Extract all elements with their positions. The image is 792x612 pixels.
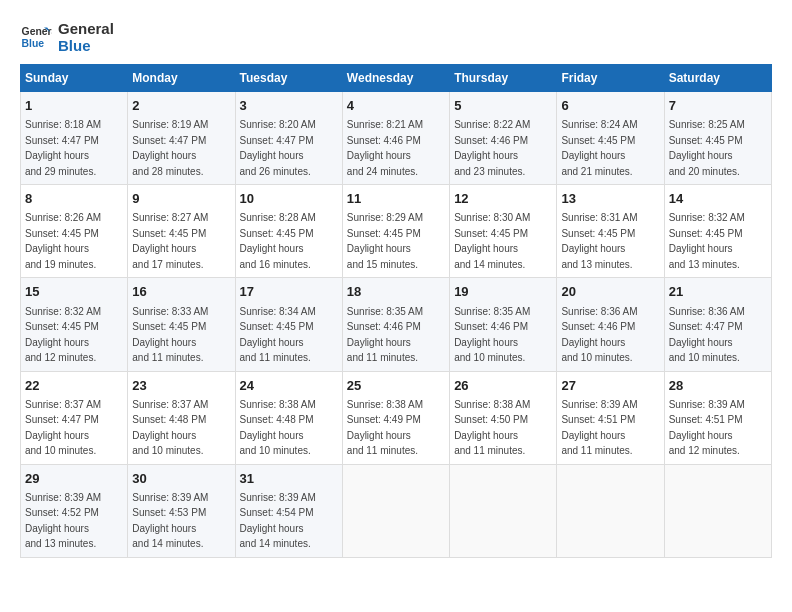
- day-number: 4: [347, 97, 445, 115]
- calendar-cell: 15 Sunrise: 8:32 AMSunset: 4:45 PMDaylig…: [21, 278, 128, 371]
- calendar-cell: 17 Sunrise: 8:34 AMSunset: 4:45 PMDaylig…: [235, 278, 342, 371]
- day-info: Sunrise: 8:22 AMSunset: 4:46 PMDaylight …: [454, 119, 530, 177]
- weekday-header-tuesday: Tuesday: [235, 65, 342, 92]
- day-info: Sunrise: 8:35 AMSunset: 4:46 PMDaylight …: [454, 306, 530, 364]
- day-number: 3: [240, 97, 338, 115]
- day-info: Sunrise: 8:38 AMSunset: 4:50 PMDaylight …: [454, 399, 530, 457]
- weekday-header-thursday: Thursday: [450, 65, 557, 92]
- day-info: Sunrise: 8:21 AMSunset: 4:46 PMDaylight …: [347, 119, 423, 177]
- calendar-cell: 31 Sunrise: 8:39 AMSunset: 4:54 PMDaylig…: [235, 464, 342, 557]
- day-info: Sunrise: 8:20 AMSunset: 4:47 PMDaylight …: [240, 119, 316, 177]
- day-info: Sunrise: 8:38 AMSunset: 4:48 PMDaylight …: [240, 399, 316, 457]
- calendar-cell: 24 Sunrise: 8:38 AMSunset: 4:48 PMDaylig…: [235, 371, 342, 464]
- day-number: 1: [25, 97, 123, 115]
- day-number: 23: [132, 377, 230, 395]
- day-number: 13: [561, 190, 659, 208]
- day-number: 2: [132, 97, 230, 115]
- day-info: Sunrise: 8:39 AMSunset: 4:51 PMDaylight …: [669, 399, 745, 457]
- page-header: General Blue General Blue: [20, 20, 772, 54]
- day-number: 15: [25, 283, 123, 301]
- calendar-cell: 6 Sunrise: 8:24 AMSunset: 4:45 PMDayligh…: [557, 92, 664, 185]
- day-number: 30: [132, 470, 230, 488]
- day-number: 19: [454, 283, 552, 301]
- calendar-cell: 9 Sunrise: 8:27 AMSunset: 4:45 PMDayligh…: [128, 185, 235, 278]
- day-number: 26: [454, 377, 552, 395]
- day-number: 28: [669, 377, 767, 395]
- day-number: 17: [240, 283, 338, 301]
- calendar-cell: 1 Sunrise: 8:18 AMSunset: 4:47 PMDayligh…: [21, 92, 128, 185]
- svg-text:Blue: Blue: [22, 38, 45, 49]
- day-number: 8: [25, 190, 123, 208]
- logo-icon: General Blue: [20, 21, 52, 53]
- day-info: Sunrise: 8:36 AMSunset: 4:47 PMDaylight …: [669, 306, 745, 364]
- day-number: 24: [240, 377, 338, 395]
- day-info: Sunrise: 8:18 AMSunset: 4:47 PMDaylight …: [25, 119, 101, 177]
- day-number: 10: [240, 190, 338, 208]
- calendar-cell: 4 Sunrise: 8:21 AMSunset: 4:46 PMDayligh…: [342, 92, 449, 185]
- calendar-cell: 28 Sunrise: 8:39 AMSunset: 4:51 PMDaylig…: [664, 371, 771, 464]
- logo-general: General: [58, 20, 114, 37]
- day-info: Sunrise: 8:35 AMSunset: 4:46 PMDaylight …: [347, 306, 423, 364]
- weekday-header-sunday: Sunday: [21, 65, 128, 92]
- day-info: Sunrise: 8:28 AMSunset: 4:45 PMDaylight …: [240, 212, 316, 270]
- day-info: Sunrise: 8:30 AMSunset: 4:45 PMDaylight …: [454, 212, 530, 270]
- calendar-cell: 14 Sunrise: 8:32 AMSunset: 4:45 PMDaylig…: [664, 185, 771, 278]
- day-info: Sunrise: 8:37 AMSunset: 4:48 PMDaylight …: [132, 399, 208, 457]
- day-info: Sunrise: 8:37 AMSunset: 4:47 PMDaylight …: [25, 399, 101, 457]
- day-number: 14: [669, 190, 767, 208]
- calendar-table: SundayMondayTuesdayWednesdayThursdayFrid…: [20, 64, 772, 558]
- day-number: 5: [454, 97, 552, 115]
- day-info: Sunrise: 8:36 AMSunset: 4:46 PMDaylight …: [561, 306, 637, 364]
- day-info: Sunrise: 8:39 AMSunset: 4:51 PMDaylight …: [561, 399, 637, 457]
- calendar-cell: 8 Sunrise: 8:26 AMSunset: 4:45 PMDayligh…: [21, 185, 128, 278]
- calendar-cell: 10 Sunrise: 8:28 AMSunset: 4:45 PMDaylig…: [235, 185, 342, 278]
- day-number: 31: [240, 470, 338, 488]
- day-info: Sunrise: 8:25 AMSunset: 4:45 PMDaylight …: [669, 119, 745, 177]
- day-info: Sunrise: 8:33 AMSunset: 4:45 PMDaylight …: [132, 306, 208, 364]
- day-number: 16: [132, 283, 230, 301]
- calendar-cell: 26 Sunrise: 8:38 AMSunset: 4:50 PMDaylig…: [450, 371, 557, 464]
- day-number: 6: [561, 97, 659, 115]
- day-info: Sunrise: 8:27 AMSunset: 4:45 PMDaylight …: [132, 212, 208, 270]
- calendar-cell: 11 Sunrise: 8:29 AMSunset: 4:45 PMDaylig…: [342, 185, 449, 278]
- calendar-header-row: SundayMondayTuesdayWednesdayThursdayFrid…: [21, 65, 772, 92]
- calendar-cell: 3 Sunrise: 8:20 AMSunset: 4:47 PMDayligh…: [235, 92, 342, 185]
- weekday-header-wednesday: Wednesday: [342, 65, 449, 92]
- calendar-cell: 25 Sunrise: 8:38 AMSunset: 4:49 PMDaylig…: [342, 371, 449, 464]
- day-info: Sunrise: 8:34 AMSunset: 4:45 PMDaylight …: [240, 306, 316, 364]
- day-number: 7: [669, 97, 767, 115]
- day-number: 12: [454, 190, 552, 208]
- weekday-header-saturday: Saturday: [664, 65, 771, 92]
- calendar-week-row: 1 Sunrise: 8:18 AMSunset: 4:47 PMDayligh…: [21, 92, 772, 185]
- day-info: Sunrise: 8:31 AMSunset: 4:45 PMDaylight …: [561, 212, 637, 270]
- calendar-cell: 7 Sunrise: 8:25 AMSunset: 4:45 PMDayligh…: [664, 92, 771, 185]
- day-info: Sunrise: 8:39 AMSunset: 4:54 PMDaylight …: [240, 492, 316, 550]
- day-number: 22: [25, 377, 123, 395]
- calendar-cell: 19 Sunrise: 8:35 AMSunset: 4:46 PMDaylig…: [450, 278, 557, 371]
- calendar-cell: 13 Sunrise: 8:31 AMSunset: 4:45 PMDaylig…: [557, 185, 664, 278]
- calendar-cell: 16 Sunrise: 8:33 AMSunset: 4:45 PMDaylig…: [128, 278, 235, 371]
- calendar-week-row: 22 Sunrise: 8:37 AMSunset: 4:47 PMDaylig…: [21, 371, 772, 464]
- calendar-cell: 2 Sunrise: 8:19 AMSunset: 4:47 PMDayligh…: [128, 92, 235, 185]
- calendar-week-row: 29 Sunrise: 8:39 AMSunset: 4:52 PMDaylig…: [21, 464, 772, 557]
- calendar-week-row: 8 Sunrise: 8:26 AMSunset: 4:45 PMDayligh…: [21, 185, 772, 278]
- logo: General Blue General Blue: [20, 20, 114, 54]
- day-number: 25: [347, 377, 445, 395]
- calendar-cell: 30 Sunrise: 8:39 AMSunset: 4:53 PMDaylig…: [128, 464, 235, 557]
- day-info: Sunrise: 8:39 AMSunset: 4:52 PMDaylight …: [25, 492, 101, 550]
- day-info: Sunrise: 8:29 AMSunset: 4:45 PMDaylight …: [347, 212, 423, 270]
- calendar-cell: 21 Sunrise: 8:36 AMSunset: 4:47 PMDaylig…: [664, 278, 771, 371]
- day-info: Sunrise: 8:24 AMSunset: 4:45 PMDaylight …: [561, 119, 637, 177]
- day-number: 11: [347, 190, 445, 208]
- calendar-cell: 18 Sunrise: 8:35 AMSunset: 4:46 PMDaylig…: [342, 278, 449, 371]
- logo-blue: Blue: [58, 37, 114, 54]
- calendar-cell: 23 Sunrise: 8:37 AMSunset: 4:48 PMDaylig…: [128, 371, 235, 464]
- calendar-cell: 12 Sunrise: 8:30 AMSunset: 4:45 PMDaylig…: [450, 185, 557, 278]
- day-info: Sunrise: 8:32 AMSunset: 4:45 PMDaylight …: [25, 306, 101, 364]
- day-info: Sunrise: 8:32 AMSunset: 4:45 PMDaylight …: [669, 212, 745, 270]
- day-number: 20: [561, 283, 659, 301]
- calendar-cell: 20 Sunrise: 8:36 AMSunset: 4:46 PMDaylig…: [557, 278, 664, 371]
- calendar-week-row: 15 Sunrise: 8:32 AMSunset: 4:45 PMDaylig…: [21, 278, 772, 371]
- weekday-header-friday: Friday: [557, 65, 664, 92]
- day-number: 21: [669, 283, 767, 301]
